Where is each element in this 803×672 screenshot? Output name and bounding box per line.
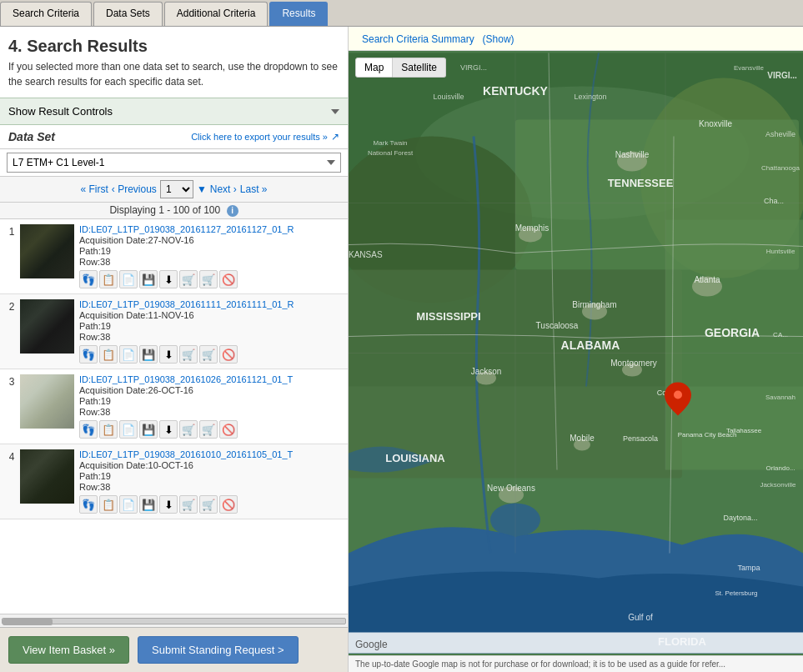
result-info-3: ID:LE07_L1TP_019038_20161026_20161121_01…	[79, 374, 344, 439]
tab-data-sets[interactable]: Data Sets	[93, 2, 163, 26]
page-first[interactable]: « First	[81, 183, 108, 195]
action-download-3[interactable]: 💾	[139, 420, 158, 439]
main-layout: 4. Search Results If you selected more t…	[0, 27, 803, 672]
action-download-2[interactable]: 💾	[139, 345, 158, 364]
right-panel: Search Criteria Summary (Show) Map Satel…	[349, 27, 803, 672]
action-compare-3[interactable]: 📋	[99, 420, 118, 439]
action-order-1[interactable]: 🛒	[199, 270, 218, 288]
svg-text:MISSISSIPPI: MISSISSIPPI	[416, 310, 480, 323]
svg-text:GEORGIA: GEORGIA	[705, 326, 760, 339]
result-number-1: 1	[3, 224, 20, 238]
table-row: 1 ID:LE07_L1TP_019038_20161127_20161127_…	[0, 219, 348, 294]
result-id-4[interactable]: ID:LE07_L1TP_019038_20161010_20161105_01…	[79, 449, 344, 459]
view-basket-button[interactable]: View Item Basket »	[8, 636, 129, 664]
svg-text:Chattanooga: Chattanooga	[761, 164, 800, 172]
tab-additional-criteria[interactable]: Additional Criteria	[164, 2, 269, 26]
action-metadata-1[interactable]: 📄	[119, 270, 138, 288]
result-row-1: Row:38	[79, 257, 344, 267]
result-controls-select[interactable]: Show Result Controls	[0, 98, 348, 124]
svg-text:Birmingham: Birmingham	[572, 300, 616, 309]
page-next[interactable]: Next ›	[210, 183, 237, 195]
result-number-3: 3	[3, 374, 20, 388]
svg-text:Jacksonville: Jacksonville	[760, 481, 796, 489]
action-footprint-1[interactable]: 👣	[79, 270, 98, 288]
action-download-4[interactable]: 💾	[139, 495, 158, 514]
action-export-4[interactable]: ⬇	[159, 495, 178, 514]
action-order-2[interactable]: 🛒	[199, 345, 218, 364]
action-cart-1[interactable]: 🛒	[179, 270, 198, 288]
svg-text:Mark Twain: Mark Twain	[374, 139, 408, 147]
tab-results[interactable]: Results	[269, 2, 328, 26]
action-compare-4[interactable]: 📋	[99, 495, 118, 514]
action-metadata-4[interactable]: 📄	[119, 495, 138, 514]
action-footprint-2[interactable]: 👣	[79, 345, 98, 364]
page-info: Displaying 1 - 100 of 100 i	[0, 203, 348, 219]
page-select[interactable]: 1	[160, 180, 193, 198]
result-acq-4: Acquisition Date:10-OCT-16	[79, 460, 344, 470]
action-export-3[interactable]: ⬇	[159, 420, 178, 439]
result-id-2[interactable]: ID:LE07_L1TP_019038_20161111_20161111_01…	[79, 299, 344, 309]
info-icon[interactable]: i	[227, 205, 238, 217]
dataset-select[interactable]: L7 ETM+ C1 Level-1	[7, 153, 341, 173]
page-triangle: ▼	[197, 183, 207, 195]
dataset-row: Data Set Click here to export your resul…	[0, 125, 348, 149]
result-id-3[interactable]: ID:LE07_L1TP_019038_20161026_20161121_01…	[79, 374, 344, 384]
table-row: 2 ID:LE07_L1TP_019038_20161111_20161111_…	[0, 294, 348, 369]
action-footprint-3[interactable]: 👣	[79, 420, 98, 439]
dataset-label: Data Set	[8, 130, 191, 143]
result-number-4: 4	[3, 449, 20, 463]
svg-text:St. Petersburg: St. Petersburg	[715, 589, 757, 597]
action-download-1[interactable]: 💾	[139, 270, 158, 288]
top-tabs: Search Criteria Data Sets Additional Cri…	[0, 0, 803, 27]
svg-text:LOUISIANA: LOUISIANA	[385, 452, 445, 464]
pagination: « First ‹ Previous 1 ▼ Next › Last »	[0, 177, 348, 203]
show-link[interactable]: (Show)	[483, 33, 514, 45]
result-thumbnail-3	[20, 374, 74, 429]
action-cart-3[interactable]: 🛒	[179, 420, 198, 439]
map-tab-satellite[interactable]: Satellite	[393, 58, 446, 78]
action-footprint-4[interactable]: 👣	[79, 495, 98, 514]
result-row-4: Row:38	[79, 482, 344, 492]
action-cart-2[interactable]: 🛒	[179, 345, 198, 364]
export-link[interactable]: Click here to export your results »	[191, 132, 328, 142]
action-compare-1[interactable]: 📋	[99, 270, 118, 288]
action-compare-2[interactable]: 📋	[99, 345, 118, 364]
svg-text:Cha...: Cha...	[764, 197, 784, 205]
scroll-track[interactable]	[2, 618, 346, 624]
action-exclude-4[interactable]: 🚫	[219, 495, 238, 514]
scroll-thumb[interactable]	[3, 619, 53, 625]
svg-text:National Forest: National Forest	[368, 149, 414, 157]
svg-text:ALABAMA: ALABAMA	[561, 339, 620, 352]
result-id-1[interactable]: ID:LE07_L1TP_019038_20161127_20161127_01…	[79, 224, 344, 234]
svg-text:Orlando...: Orlando...	[765, 464, 795, 472]
page-last[interactable]: Last »	[240, 183, 268, 195]
horizontal-scrollbar[interactable]	[0, 614, 348, 627]
svg-text:CA...: CA...	[773, 331, 788, 339]
svg-text:New Orleans: New Orleans	[487, 484, 535, 493]
map-tab-map[interactable]: Map	[355, 58, 393, 78]
map-svg: KENTUCKY TENNESSEE MISSISSIPPI ALABAMA G…	[349, 51, 803, 655]
result-actions-1: 👣 📋 📄 💾 ⬇ 🛒 🛒 🚫	[79, 270, 344, 288]
svg-text:Tuscaloosa: Tuscaloosa	[536, 321, 579, 330]
action-metadata-2[interactable]: 📄	[119, 345, 138, 364]
section-title: 4. Search Results	[0, 27, 348, 59]
action-exclude-1[interactable]: 🚫	[219, 270, 238, 288]
action-order-3[interactable]: 🛒	[199, 420, 218, 439]
action-exclude-3[interactable]: 🚫	[219, 420, 238, 439]
tab-search-criteria[interactable]: Search Criteria	[0, 2, 92, 26]
map-container: Map Satellite	[349, 51, 803, 655]
result-acq-3: Acquisition Date:26-OCT-16	[79, 385, 344, 395]
action-exclude-2[interactable]: 🚫	[219, 345, 238, 364]
action-order-4[interactable]: 🛒	[199, 495, 218, 514]
action-export-1[interactable]: ⬇	[159, 270, 178, 288]
svg-text:Pensacola: Pensacola	[623, 434, 658, 443]
action-export-2[interactable]: ⬇	[159, 345, 178, 364]
page-prev[interactable]: ‹ Previous	[112, 183, 157, 195]
submit-standing-button[interactable]: Submit Standing Request >	[138, 636, 299, 664]
svg-text:Google: Google	[355, 639, 388, 650]
action-metadata-3[interactable]: 📄	[119, 420, 138, 439]
result-thumbnail-4	[20, 449, 74, 504]
svg-text:Montgomery: Montgomery	[610, 359, 657, 368]
svg-text:KANSAS: KANSAS	[349, 250, 383, 259]
action-cart-4[interactable]: 🛒	[179, 495, 198, 514]
